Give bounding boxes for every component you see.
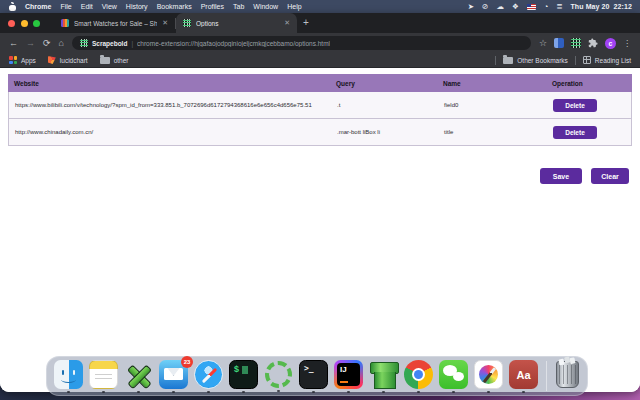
chat-bubbles-icon[interactable]: ❖ [512,3,519,11]
col-name: Name [437,74,546,92]
bookmarks-bar: Apps lucidchart other Other Bookmarks [0,53,640,68]
location-arrow-icon[interactable]: ➤ [468,3,474,11]
address-bar[interactable]: Scrapebold | chrome-extension://hjgafaoj… [72,36,531,50]
forward-icon[interactable]: → [26,39,35,48]
menu-item-file[interactable]: File [60,3,71,10]
extensions-puzzle-icon[interactable] [588,38,598,48]
menu-item-profiles[interactable]: Profiles [201,3,224,10]
name-cell: field0 [438,92,547,118]
bookmark-folder-other[interactable]: other [100,57,129,64]
dock-divider [546,361,547,391]
tab-close-icon[interactable]: ✕ [284,19,290,27]
delete-button[interactable]: Delete [553,99,597,112]
menu-item-view[interactable]: View [102,3,117,10]
website-cell: http://www.chinadaily.com.cn/ [9,119,331,145]
clear-button[interactable]: Clear [591,168,629,184]
page-content: Website Query Name Operation https://www… [0,69,640,392]
dock-iterm-icon[interactable] [228,360,259,393]
us-flag-icon[interactable] [527,4,536,10]
dock: 23 Aa [46,356,588,396]
reading-list-icon [583,56,591,64]
shop-favicon [61,19,69,27]
delete-button[interactable]: Delete [553,126,597,139]
dock-chrome-icon[interactable] [403,360,434,393]
bookmark-lucidchart[interactable]: lucidchart [48,56,88,64]
menu-item-window[interactable]: Window [253,3,278,10]
zoom-window-button[interactable] [33,20,40,27]
dock-paint-icon[interactable] [473,360,504,393]
chrome-menu-icon[interactable]: ⋮ [623,39,631,48]
envelope-icon [164,368,183,380]
scrapebold-extension-icon[interactable] [571,38,581,48]
rules-table: Website Query Name Operation https://www… [8,74,632,146]
dock-finder-icon[interactable] [53,360,84,393]
menu-item-help[interactable]: Help [287,3,301,10]
bookmark-star-icon[interactable]: ☆ [539,38,547,48]
extension-favicon [183,19,191,27]
url-text: chrome-extension://hjgafaojodpginiojeljc… [137,40,330,47]
menu-item-edit[interactable]: Edit [81,3,93,10]
tab-options[interactable]: Options ✕ [176,13,297,33]
extension-favicon [80,39,88,47]
menu-item-bookmarks[interactable]: Bookmarks [157,3,192,10]
folder-icon [503,57,513,64]
col-website: Website [8,74,330,92]
network-stack-icon[interactable]: ≣ [556,3,562,11]
save-button[interactable]: Save [540,168,582,184]
name-cell: title [438,119,547,145]
folder-icon [100,57,110,64]
query-cell: .t [331,92,438,118]
reload-icon[interactable]: ⟳ [43,39,51,48]
dock-intellij-icon[interactable] [333,360,364,393]
apps-grid-icon [9,56,17,64]
close-window-button[interactable] [8,20,15,27]
dock-xshell-icon[interactable] [123,360,154,393]
menu-app-name[interactable]: Chrome [25,3,51,10]
back-icon[interactable]: ← [9,39,18,48]
browser-window: Smart Watches for Sale – Shop ✕ Options … [0,13,640,392]
col-operation: Operation [546,74,632,92]
bookmark-apps[interactable]: Apps [9,56,36,64]
menu-item-history[interactable]: History [126,3,148,10]
dock-dictionary-icon[interactable]: Aa [508,360,539,393]
window-controls [8,20,40,27]
dock-trash-icon[interactable] [554,360,581,388]
menu-bar: Chrome File Edit View History Bookmarks … [0,0,640,13]
mail-badge: 23 [181,356,193,368]
home-icon[interactable]: ⌂ [59,39,64,48]
other-bookmarks-button[interactable]: Other Bookmarks [503,57,568,64]
table-row: http://www.chinadaily.com.cn/ .mar-bott … [8,119,632,146]
clock-icon[interactable]: ◔ [544,3,549,11]
menu-clock[interactable]: Thu May 20 22:12 [570,3,632,10]
dock-mail-icon[interactable]: 23 [158,360,189,393]
divider [575,56,576,65]
cloud-sync-icon[interactable]: ☁ [496,3,504,11]
status-circle-icon[interactable]: ⊘ [482,3,488,11]
apple-icon[interactable] [8,2,16,11]
dock-safari-icon[interactable] [193,360,224,393]
col-query: Query [330,74,437,92]
form-actions: Save Clear [540,168,629,184]
reading-list-button[interactable]: Reading List [583,56,631,64]
desktop: Chrome File Edit View History Bookmarks … [0,0,640,400]
lucidchart-icon [48,56,56,64]
table-header-row: Website Query Name Operation [8,74,632,92]
dock-charles-icon[interactable] [368,360,399,393]
dock-progress-ring-icon[interactable] [263,360,294,392]
new-tab-button[interactable]: + [303,18,309,28]
tab-bar: Smart Watches for Sale – Shop ✕ Options … [0,13,640,33]
browser-toolbar: ← → ⟳ ⌂ Scrapebold | chrome-extension://… [0,33,640,53]
tab-close-icon[interactable]: ✕ [162,19,168,27]
tab-smart-watches[interactable]: Smart Watches for Sale – Shop ✕ [54,13,175,33]
dock-wechat-icon[interactable] [438,360,469,393]
dock-notes-icon[interactable] [88,360,119,393]
menu-item-tab[interactable]: Tab [233,3,244,10]
divider [495,56,496,65]
minimize-window-button[interactable] [21,20,28,27]
profile-avatar[interactable]: c [605,38,616,49]
dock-terminal-icon[interactable] [298,360,329,393]
table-row: https://www.bilibili.com/v/technology/?s… [8,92,632,119]
query-cell: .mar-bott liBox li [331,119,438,145]
extension-blue-icon[interactable] [554,38,564,48]
website-cell: https://www.bilibili.com/v/technology/?s… [9,92,331,118]
